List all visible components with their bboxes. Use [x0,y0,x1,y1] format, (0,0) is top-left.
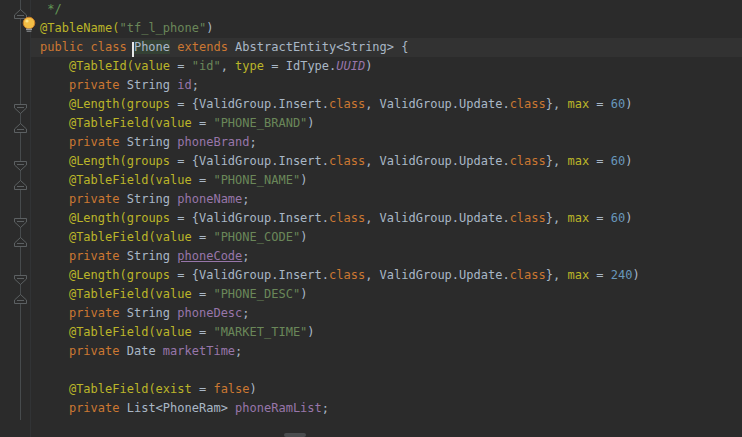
code-line-13[interactable]: @TableField(value = "PHONE_CODE") [0,228,742,247]
code-token: IdType. [286,59,337,73]
code-token: , ValidGroup.Update. [365,154,510,168]
code-line-23[interactable] [0,418,742,437]
code-token: @TableId( [69,59,134,73]
code-line-21[interactable]: @TableField(exist = false) [0,380,742,399]
code-token [40,173,69,187]
code-token: ) [250,382,257,396]
code-line-12[interactable]: @Length(groups = {ValidGroup.Insert.clas… [0,209,742,228]
code-line-9[interactable]: @Length(groups = {ValidGroup.Insert.clas… [0,152,742,171]
code-token: type [235,59,264,73]
code-token: = [192,116,214,130]
code-line-17[interactable]: private String phoneDesc; [0,304,742,323]
code-line-7[interactable]: @TableField(value = "PHONE_BRAND") [0,114,742,133]
fold-collapse-icon[interactable] [14,156,27,166]
code-line-14[interactable]: private String phoneCode; [0,247,742,266]
code-token: class [510,211,546,225]
code-line-19[interactable]: private Date marketTime; [0,342,742,361]
code-token: ; [242,306,249,320]
code-token [40,287,69,301]
code-token: groups [127,268,170,282]
code-token: ) [307,325,314,339]
code-token: @TableName( [40,21,119,35]
fold-collapse-icon[interactable] [14,213,27,223]
code-line-1[interactable]: */ [0,0,742,19]
code-token: @TableField( [69,230,156,244]
fold-collapse-end-icon[interactable] [14,289,27,299]
code-token: phoneCode [177,249,242,263]
fold-collapse-end-icon[interactable] [14,118,27,128]
code-token: phoneRamList [235,401,322,415]
code-token [40,306,69,320]
code-token: phoneDesc [177,306,242,320]
code-editor[interactable]: */@TableName("tf_l_phone")public class P… [0,0,742,437]
code-line-20[interactable] [0,361,742,380]
code-token: phoneBrand [177,135,249,149]
code-token [40,211,69,225]
code-token: = [589,211,611,225]
horizontal-scrollbar-thumb[interactable] [284,433,306,437]
code-line-16[interactable]: @TableField(value = "PHONE_DESC") [0,285,742,304]
code-token: max [567,268,589,282]
code-token: private [69,344,120,358]
code-line-22[interactable]: private List<PhoneRam> phoneRamList; [0,399,742,418]
code-token: "PHONE_CODE" [213,230,300,244]
code-token: "tf_l_phone" [119,21,206,35]
code-token: "PHONE_NAME" [213,173,300,187]
code-token: String [119,306,177,320]
code-token [40,192,69,206]
code-token: ) [300,173,307,187]
code-line-18[interactable]: @TableField(value = "MARKET_TIME") [0,323,742,342]
code-line-10[interactable]: @TableField(value = "PHONE_NAME") [0,171,742,190]
code-token: ) [300,230,307,244]
code-line-5[interactable]: private String id; [0,76,742,95]
code-token: private [69,135,120,149]
code-token: = [192,325,214,339]
text-caret [132,42,134,57]
code-token: value [156,173,192,187]
code-token: @TableField( [69,116,156,130]
code-token: groups [127,97,170,111]
code-token: marketTime [163,344,235,358]
fold-collapse-end-icon[interactable] [14,175,27,185]
code-token: = [170,59,192,73]
code-line-6[interactable]: @Length(groups = {ValidGroup.Insert.clas… [0,95,742,114]
code-token: groups [127,211,170,225]
code-line-15[interactable]: @Length(groups = {ValidGroup.Insert.clas… [0,266,742,285]
code-line-3[interactable]: public class Phone extends AbstractEntit… [0,38,742,57]
code-token: ) [300,287,307,301]
code-token: class [510,97,546,111]
code-line-2[interactable]: @TableName("tf_l_phone") [0,19,742,38]
code-token: }, [546,211,568,225]
code-token: 240 [611,268,633,282]
fold-collapse-icon[interactable] [14,270,27,280]
code-token: "PHONE_BRAND" [213,116,307,130]
code-line-8[interactable]: private String phoneBrand; [0,133,742,152]
code-token: class [329,97,365,111]
code-token: ) [625,154,632,168]
code-token: @TableField( [69,287,156,301]
code-token: class [329,268,365,282]
code-area: */@TableName("tf_l_phone")public class P… [0,0,742,437]
code-token: , [221,59,235,73]
code-token [40,344,69,358]
intention-bulb-icon[interactable] [21,16,37,33]
code-token: ) [206,21,213,35]
code-token: ; [242,249,249,263]
code-token: value [134,59,170,73]
code-token: }, [546,154,568,168]
code-line-4[interactable]: @TableId(value = "id", type = IdType.UUI… [0,57,742,76]
fold-collapse-end-icon[interactable] [14,232,27,242]
code-token: = {ValidGroup.Insert. [170,268,329,282]
code-token: @TableField( [69,173,156,187]
code-token: private [69,249,120,263]
code-line-11[interactable]: private String phoneName; [0,190,742,209]
code-token: ) [625,97,632,111]
code-token: = [192,173,214,187]
fold-collapse-end-icon[interactable] [14,4,27,14]
code-token: value [156,325,192,339]
fold-collapse-icon[interactable] [14,99,27,109]
code-token: 60 [611,211,625,225]
code-token: value [156,287,192,301]
code-token: Phone [134,40,170,54]
code-token [40,249,69,263]
